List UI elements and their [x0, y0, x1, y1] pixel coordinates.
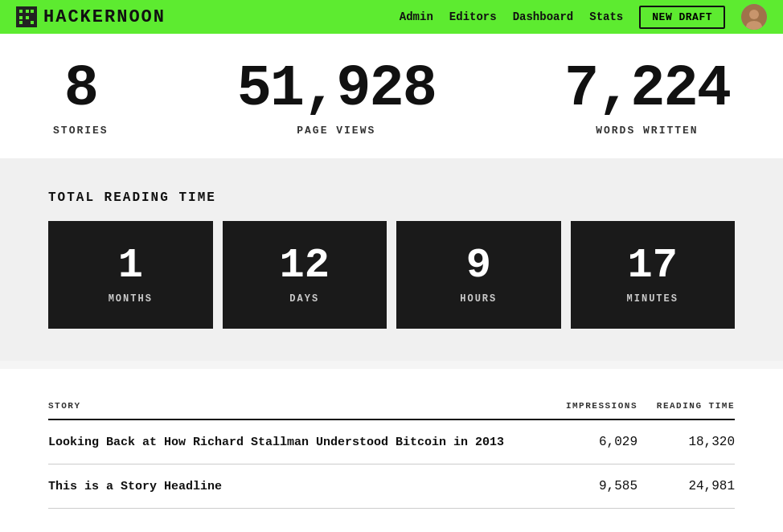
tile-hours-label: HOURS — [460, 293, 497, 305]
reading-tile-months: 1 MONTHS — [48, 221, 213, 329]
tile-days-label: DAYS — [289, 293, 319, 305]
words-written-label: WORDS WRITTEN — [596, 125, 698, 137]
reading-tiles: 1 MONTHS 12 DAYS 9 HOURS 17 MINUTES — [48, 221, 735, 329]
reading-tile-minutes: 17 MINUTES — [571, 221, 736, 329]
header: HACKERNOON Admin Editors Dashboard Stats… — [0, 0, 783, 34]
story-table: STORY IMPRESSIONS READING TIME Looking B… — [48, 401, 735, 509]
words-written-number: 7,224 — [564, 60, 730, 118]
svg-point-8 — [749, 10, 759, 19]
table-row: Looking Back at How Richard Stallman Und… — [48, 419, 735, 464]
svg-rect-6 — [31, 21, 34, 24]
nav-links: Admin Editors Dashboard Stats NEW DRAFT — [400, 4, 767, 30]
reading-time-cell: 18,320 — [637, 419, 735, 464]
logo-text: HACKERNOON — [43, 7, 166, 27]
reading-time-cell: 24,981 — [637, 464, 735, 509]
page-views-stat: 51,928 PAGE VIEWS — [173, 60, 500, 137]
page-views-label: PAGE VIEWS — [297, 125, 375, 137]
stories-stat: 8 STORIES — [0, 60, 173, 137]
nav-admin[interactable]: Admin — [400, 10, 433, 23]
tile-hours-number: 9 — [466, 245, 491, 287]
svg-rect-4 — [19, 21, 23, 24]
impressions-cell: 9,585 — [548, 464, 637, 509]
tile-months-label: MONTHS — [109, 293, 153, 305]
svg-rect-3 — [31, 10, 34, 13]
tile-months-number: 1 — [118, 245, 143, 287]
nav-editors[interactable]: Editors — [449, 10, 497, 23]
reading-tile-hours: 9 HOURS — [396, 221, 561, 329]
logo-area: HACKERNOON — [16, 6, 166, 27]
words-written-stat: 7,224 WORDS WRITTEN — [500, 60, 783, 137]
col-header-story: STORY — [48, 401, 548, 419]
stats-bar: 8 STORIES 51,928 PAGE VIEWS 7,224 WORDS … — [0, 34, 783, 158]
logo-icon — [16, 6, 37, 27]
impressions-cell: 6,029 — [548, 419, 637, 464]
svg-rect-5 — [26, 16, 29, 19]
svg-rect-2 — [19, 16, 23, 19]
page-views-number: 51,928 — [237, 60, 436, 118]
table-row: This is a Story Headline9,58524,981 — [48, 464, 735, 509]
reading-section-title: TOTAL READING TIME — [48, 190, 735, 205]
reading-time-section: TOTAL READING TIME 1 MONTHS 12 DAYS 9 HO… — [0, 158, 783, 361]
story-title-cell[interactable]: Looking Back at How Richard Stallman Und… — [48, 419, 548, 464]
stories-label: STORIES — [53, 125, 109, 137]
stories-number: 8 — [64, 60, 97, 118]
story-title-cell[interactable]: This is a Story Headline — [48, 464, 548, 509]
nav-dashboard[interactable]: Dashboard — [513, 10, 574, 23]
svg-rect-0 — [19, 10, 23, 13]
avatar[interactable] — [741, 4, 767, 30]
table-section: STORY IMPRESSIONS READING TIME Looking B… — [0, 369, 783, 532]
col-header-impressions: IMPRESSIONS — [548, 401, 637, 419]
tile-days-number: 12 — [280, 245, 330, 287]
svg-rect-1 — [26, 10, 29, 13]
reading-tile-days: 12 DAYS — [223, 221, 387, 329]
nav-stats[interactable]: Stats — [589, 10, 623, 23]
new-draft-button[interactable]: NEW DRAFT — [639, 6, 725, 29]
table-header-row: STORY IMPRESSIONS READING TIME — [48, 401, 735, 419]
col-header-reading-time: READING TIME — [637, 401, 735, 419]
tile-minutes-number: 17 — [628, 245, 678, 287]
tile-minutes-label: MINUTES — [627, 293, 678, 305]
